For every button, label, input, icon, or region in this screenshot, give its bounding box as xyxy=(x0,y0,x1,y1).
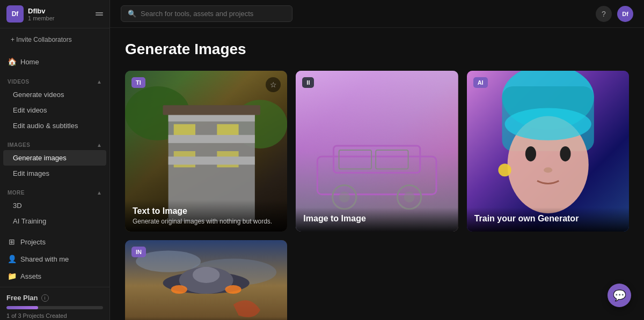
svg-point-25 xyxy=(560,146,570,161)
sidebar-item-3d[interactable]: 3D xyxy=(0,198,109,213)
videos-section-header: VIDEOS ▲ xyxy=(0,75,109,87)
workspace-members: 1 member xyxy=(28,15,55,21)
free-plan-label: Free Plan xyxy=(6,294,38,302)
nav-items-section: ⊞ Projects 👤 Shared with me 📁 Assets xyxy=(0,231,109,287)
progress-fill xyxy=(6,306,38,309)
chat-button[interactable]: 💬 xyxy=(608,284,631,307)
card-4-label xyxy=(125,317,287,320)
card-1-label: Text to Image Generate original images w… xyxy=(125,200,287,232)
svg-point-24 xyxy=(525,146,536,161)
workspace-avatar: Df xyxy=(6,5,24,23)
sidebar-item-generate-videos[interactable]: Generate videos xyxy=(0,87,109,102)
assets-label: Assets xyxy=(20,272,41,280)
svg-rect-8 xyxy=(169,135,255,143)
edit-videos-label: Edit videos xyxy=(13,106,47,114)
card-1-desc: Generate original images with nothing bu… xyxy=(133,218,280,225)
sidebar-item-home[interactable]: 🏠 Home xyxy=(0,53,109,70)
toggle-line xyxy=(96,12,103,13)
more-section-label: MORE xyxy=(8,190,25,196)
ai-training-label: AI Training xyxy=(13,217,46,225)
svg-point-27 xyxy=(498,163,511,176)
svg-point-35 xyxy=(171,285,187,294)
user-avatar[interactable]: Df xyxy=(617,6,633,22)
projects-created-text: 1 of 3 Projects Created xyxy=(6,312,103,319)
home-icon: 🏠 xyxy=(8,57,16,66)
card-3-label: Train your own Generator xyxy=(467,207,629,232)
svg-point-17 xyxy=(404,192,415,203)
sidebar: Df Dflbv 1 member + Invite Collaborators… xyxy=(0,0,110,320)
free-plan-row: Free Plan i xyxy=(6,294,103,302)
projects-icon: ⊞ xyxy=(8,237,16,246)
sidebar-footer: Free Plan i 1 of 3 Projects Created Upgr… xyxy=(0,287,109,320)
more-section-header: MORE ▲ xyxy=(0,185,109,198)
sidebar-item-shared-with-me[interactable]: 👤 Shared with me xyxy=(0,250,109,267)
workspace-name: Dflbv xyxy=(28,7,55,15)
spaceship-svg xyxy=(125,240,287,320)
home-label: Home xyxy=(20,58,39,66)
sidebar-item-generate-images[interactable]: Generate images xyxy=(3,150,106,166)
sidebar-item-edit-images[interactable]: Edit images xyxy=(0,166,109,181)
sidebar-toggle-btn[interactable] xyxy=(96,12,103,16)
search-icon: 🔍 xyxy=(128,10,136,18)
images-section-header: IMAGES ▲ xyxy=(0,138,109,150)
shared-label: Shared with me xyxy=(20,255,69,263)
projects-progress-bar xyxy=(6,306,103,309)
card-inpainting[interactable]: IN xyxy=(125,240,287,320)
card-1-title: Text to Image xyxy=(133,206,280,216)
card-4-badge: IN xyxy=(131,247,146,257)
images-section-label: IMAGES xyxy=(8,142,30,148)
cards-bottom-grid: IN xyxy=(125,240,629,320)
svg-point-28 xyxy=(504,108,591,140)
workspace-header: Df Dflbv 1 member xyxy=(0,0,109,28)
sidebar-item-assets[interactable]: 📁 Assets xyxy=(0,267,109,285)
shared-icon: 👤 xyxy=(8,255,16,263)
chat-icon: 💬 xyxy=(613,289,626,302)
workspace-info[interactable]: Df Dflbv 1 member xyxy=(6,5,55,23)
workspace-details: Dflbv 1 member xyxy=(28,7,55,21)
free-plan-info-icon[interactable]: i xyxy=(41,294,49,302)
generate-videos-label: Generate videos xyxy=(13,91,64,99)
sidebar-item-edit-audio[interactable]: Edit audio & subtitles xyxy=(0,118,109,133)
projects-label: Projects xyxy=(20,238,46,246)
svg-point-16 xyxy=(339,192,350,203)
videos-section-label: VIDEOS xyxy=(8,79,30,85)
main-content: 🔍 ? Df Generate Images xyxy=(110,0,644,320)
images-chevron-icon[interactable]: ▲ xyxy=(97,142,102,148)
sidebar-item-ai-training[interactable]: AI Training xyxy=(0,213,109,229)
svg-rect-10 xyxy=(163,105,260,115)
search-input[interactable] xyxy=(141,10,286,18)
sidebar-item-edit-videos[interactable]: Edit videos xyxy=(0,102,109,118)
more-section: MORE ▲ 3D AI Training xyxy=(0,183,109,231)
card-2-title: Image to Image xyxy=(303,214,450,224)
svg-rect-9 xyxy=(169,157,255,165)
card-3-title: Train your own Generator xyxy=(474,214,621,224)
more-chevron-icon[interactable]: ▲ xyxy=(97,190,102,196)
page-title: Generate Images xyxy=(125,41,629,58)
3d-label: 3D xyxy=(13,202,22,210)
card-2-badge: II xyxy=(302,77,314,88)
toggle-line xyxy=(96,14,103,16)
card-3-badge: AI xyxy=(473,77,488,88)
topbar: 🔍 ? Df xyxy=(110,0,644,28)
svg-point-26 xyxy=(544,167,552,173)
svg-point-34 xyxy=(193,267,219,283)
edit-audio-label: Edit audio & subtitles xyxy=(13,122,78,130)
images-section: IMAGES ▲ Generate images Edit images xyxy=(0,136,109,183)
videos-chevron-icon[interactable]: ▲ xyxy=(97,79,102,85)
invite-collaborators-button[interactable]: + Invite Collaborators xyxy=(5,33,104,47)
topbar-right: ? Df xyxy=(596,6,633,22)
search-bar[interactable]: 🔍 xyxy=(121,5,292,22)
help-button[interactable]: ? xyxy=(596,6,612,22)
edit-images-label: Edit images xyxy=(13,169,49,177)
card-text-to-image[interactable]: TI ☆ Text to Image Generate original ima… xyxy=(125,71,287,232)
card-2-label: Image to Image xyxy=(296,207,458,232)
videos-section: VIDEOS ▲ Generate videos Edit videos Edi… xyxy=(0,72,109,136)
home-section: 🏠 Home xyxy=(0,51,109,72)
assets-icon: 📁 xyxy=(8,272,16,280)
svg-point-36 xyxy=(225,285,241,294)
card-image-to-image[interactable]: II Image to Image xyxy=(296,71,458,232)
page-content: Generate Images xyxy=(110,28,644,320)
cards-grid: TI ☆ Text to Image Generate original ima… xyxy=(125,71,629,232)
sidebar-item-projects[interactable]: ⊞ Projects xyxy=(0,233,109,250)
card-train-generator[interactable]: AI Train your own Generator xyxy=(467,71,629,232)
